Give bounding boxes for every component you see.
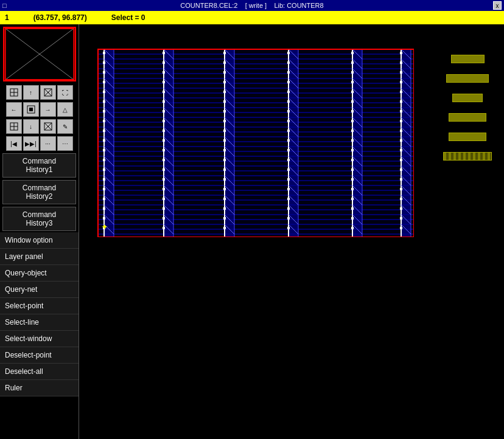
svg-rect-257 [351,188,354,190]
svg-rect-168 [223,120,226,122]
sidebar-item-deselect-all[interactable]: Deselect-all [0,364,79,380]
svg-rect-212 [287,149,290,151]
svg-rect-83 [103,91,105,93]
svg-rect-285 [400,61,402,64]
svg-rect-302 [400,227,402,229]
svg-rect-284 [400,52,402,54]
svg-rect-206 [287,91,290,93]
svg-rect-291 [400,120,402,122]
tb-btn-down[interactable]: ↓ [23,119,39,134]
title-lib: Lib: COUNTER8 [274,2,323,9]
svg-rect-172 [223,159,226,161]
chip-3 [452,94,483,102]
svg-rect-133 [163,178,165,181]
canvas-area[interactable]: ✦ [79,24,504,439]
svg-rect-171 [223,149,226,151]
svg-rect-11 [29,108,33,111]
svg-rect-134 [163,188,165,190]
svg-rect-255 [351,168,354,171]
svg-rect-81 [103,71,105,74]
svg-rect-165 [223,91,226,93]
svg-rect-91 [103,168,105,171]
svg-rect-175 [223,188,226,190]
sidebar-item-ruler[interactable]: Ruler [0,380,79,396]
svg-rect-216 [287,188,290,190]
svg-rect-209 [287,120,290,122]
title-left: □ [2,2,7,9]
svg-rect-253 [351,149,354,151]
sidebar-item-query-object[interactable]: Query-object [0,265,79,282]
svg-rect-176 [223,198,226,200]
sidebar-item-select-window[interactable]: Select-window [0,331,79,347]
sidebar-item-deselect-point[interactable]: Deselect-point [0,347,79,364]
svg-rect-301 [400,217,402,220]
tb-btn-corner[interactable]: ⛶ [57,85,73,100]
svg-rect-18 [98,49,413,237]
svg-rect-246 [351,81,354,83]
svg-rect-256 [351,178,354,181]
tb-btn-left[interactable]: ← [6,102,22,117]
tb-btn-grid[interactable] [6,85,22,100]
svg-rect-210 [287,130,290,132]
svg-rect-89 [103,149,105,151]
svg-rect-174 [223,178,226,181]
svg-rect-121 [163,61,165,64]
tb-btn-center[interactable] [23,102,39,117]
svg-rect-214 [287,168,290,171]
svg-rect-125 [163,100,165,103]
svg-rect-247 [351,91,354,93]
tb-btn-rewind[interactable]: |◀ [6,136,22,151]
svg-rect-170 [223,139,226,142]
sidebar-item-layer-panel[interactable]: Layer panel [0,249,79,265]
svg-rect-292 [400,130,402,132]
tb-btn-box2[interactable] [40,119,56,134]
svg-rect-169 [223,130,226,132]
title-bar: □ COUNTER8.CEL:2 [ write ] Lib: COUNTER8… [0,0,504,11]
svg-rect-249 [351,110,354,112]
svg-rect-84 [103,100,105,103]
svg-rect-177 [223,207,226,210]
svg-rect-138 [163,227,165,229]
svg-rect-219 [287,217,290,220]
tb-btn-dots[interactable]: ⋯ [57,136,73,151]
svg-rect-80 [103,61,105,64]
svg-rect-173 [223,168,226,171]
sidebar-item-query-net[interactable]: Query-net [0,282,79,298]
sidebar-item-window-option[interactable]: Window option [0,232,79,249]
toolbar-row-3: ↓ ✎ [0,118,79,135]
tb-btn-more[interactable]: ··· [40,136,56,151]
svg-rect-128 [163,130,165,132]
tb-btn-box[interactable] [40,85,56,100]
chip-4 [449,113,486,122]
cursor-star: ✦ [101,222,108,232]
svg-rect-127 [163,120,165,122]
sidebar-item-select-line[interactable]: Select-line [0,314,79,331]
svg-rect-245 [351,71,354,74]
sidebar-item-select-point[interactable]: Select-point [0,298,79,314]
svg-rect-129 [163,139,165,142]
tb-btn-tri[interactable]: △ [57,102,73,117]
sidebar-item-command-history3[interactable]: CommandHistory3 [2,207,76,231]
svg-rect-123 [163,81,165,83]
svg-rect-250 [351,120,354,122]
tb-btn-grid2[interactable] [6,119,22,134]
tb-btn-right[interactable]: → [40,102,56,117]
tb-btn-ffwd[interactable]: ▶▶| [23,136,39,151]
close-button[interactable]: x [493,1,502,10]
tb-btn-pen[interactable]: ✎ [57,119,73,134]
toolbar-row-2: ← → △ [0,101,79,118]
svg-rect-294 [400,149,402,151]
svg-rect-244 [351,61,354,64]
svg-rect-122 [163,71,165,74]
svg-rect-204 [287,71,290,74]
svg-rect-261 [351,227,354,229]
svg-rect-79 [103,52,105,54]
svg-rect-95 [103,207,105,210]
svg-rect-163 [223,71,226,74]
tb-btn-up[interactable]: ↑ [23,85,39,100]
sidebar-item-command-history2[interactable]: CommandHistory2 [2,180,76,204]
svg-rect-85 [103,110,105,112]
svg-rect-287 [400,81,402,83]
sidebar-item-command-history1[interactable]: CommandHistory1 [2,153,76,178]
svg-rect-295 [400,159,402,161]
